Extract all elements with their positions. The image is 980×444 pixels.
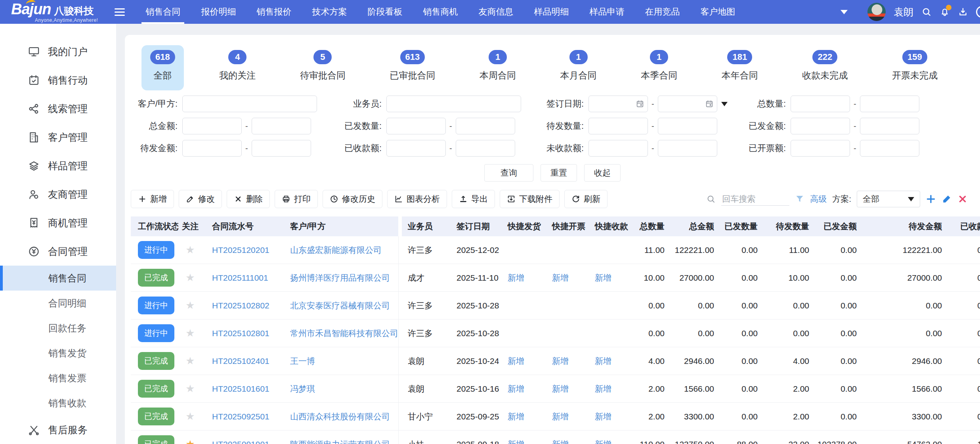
salesperson-input[interactable] — [386, 96, 521, 112]
menu-toggle-icon[interactable] — [115, 8, 125, 16]
nav-tab[interactable]: 阶段看板 — [357, 0, 413, 24]
table-row[interactable]: 进行中 HT2025102801 常州市禾昌智能科技有限公司 许三多 2025-… — [131, 320, 980, 347]
contract-number-link[interactable]: HT2025111001 — [212, 273, 268, 283]
total-qty-min-input[interactable] — [791, 96, 850, 112]
column-header[interactable]: 已发金额 — [814, 216, 862, 236]
quick-invoice-add-link[interactable]: 新增 — [552, 383, 569, 394]
refresh-button[interactable]: 刷新 — [564, 190, 607, 208]
column-header[interactable]: 工作流状态 — [131, 216, 178, 236]
customer-link[interactable]: 常州市禾昌智能科技有限公司 — [290, 328, 398, 339]
sign-date-end-input[interactable] — [658, 96, 717, 112]
received-amount-max-input[interactable] — [456, 140, 515, 157]
sidebar-item-partners[interactable]: 友商管理 — [0, 180, 116, 209]
quick-ship-add-link[interactable]: 新增 — [508, 439, 524, 444]
sidebar-subitem[interactable]: 销售发票 — [0, 366, 116, 390]
nav-tab[interactable]: 样品申请 — [579, 0, 634, 24]
column-header[interactable]: 业务员 — [402, 216, 453, 236]
stat-item[interactable]: 618 全部 — [141, 45, 184, 90]
search-icon[interactable] — [921, 7, 932, 17]
sidebar-item-opportunities[interactable]: 商机管理 — [0, 209, 116, 237]
customer-link[interactable]: 北京安泰医疗器械有限公司 — [290, 300, 390, 311]
stat-item[interactable]: 1 本月合同 — [552, 45, 606, 90]
customer-link[interactable]: 陕西能源电力运营有限公司 — [290, 439, 390, 444]
pending-qty-min-input[interactable] — [588, 118, 648, 134]
unreceived-amount-max-input[interactable] — [658, 140, 717, 157]
quick-invoice-add-link[interactable]: 新增 — [552, 356, 569, 367]
quick-invoice-add-link[interactable]: 新增 — [552, 411, 569, 422]
scheme-edit-icon[interactable] — [942, 194, 952, 204]
contract-number-link[interactable]: HT2025102401 — [212, 356, 269, 366]
advanced-filter-link[interactable]: 高级 — [810, 193, 827, 205]
contract-number-link[interactable]: HT2025092501 — [212, 412, 269, 421]
sign-date-start-input[interactable] — [588, 96, 648, 112]
sidebar-subitem[interactable]: 销售发货 — [0, 341, 116, 366]
star-icon[interactable] — [185, 327, 195, 339]
nav-tab[interactable]: 销售合同 — [135, 0, 191, 24]
received-amount-min-input[interactable] — [386, 140, 446, 157]
star-icon[interactable] — [185, 355, 195, 367]
table-row[interactable]: 已完成 HT2025111001 扬州博洋医疗用品有限公司 成才 2025-11… — [131, 264, 980, 292]
column-header[interactable]: 客户/甲方 — [279, 216, 398, 236]
bell-icon[interactable] — [940, 7, 950, 17]
contract-number-link[interactable]: HT2025120201 — [212, 245, 269, 255]
quick-invoice-add-link[interactable]: 新增 — [552, 272, 569, 283]
star-icon[interactable] — [185, 299, 195, 312]
quick-invoice-add-link[interactable]: 新增 — [552, 439, 569, 444]
total-amount-max-input[interactable] — [252, 118, 311, 134]
customer-link[interactable]: 王一博 — [290, 356, 315, 367]
nav-overflow-caret-icon[interactable] — [841, 10, 848, 14]
column-header[interactable]: 已收款额 — [947, 216, 980, 236]
sidebar-item-samples[interactable]: 样品管理 — [0, 151, 116, 180]
download-attachment-button[interactable]: 下载附件 — [500, 190, 560, 208]
column-header[interactable]: 总数量 — [638, 216, 669, 236]
column-header[interactable]: 合同流水号 — [202, 216, 279, 236]
scheme-add-icon[interactable] — [926, 194, 936, 204]
table-search-input[interactable] — [721, 193, 789, 206]
sidebar-item-contracts[interactable]: 合同管理 — [0, 237, 116, 266]
customer-link[interactable]: 山西清众科技股份有限公司 — [290, 411, 390, 422]
stat-item[interactable]: 159 开票未完成 — [883, 45, 946, 90]
stat-item[interactable]: 222 收款未完成 — [793, 45, 856, 90]
nav-tab[interactable]: 销售商机 — [413, 0, 468, 24]
pending-amount-min-input[interactable] — [182, 140, 242, 157]
stat-item[interactable]: 5 待审批合同 — [291, 45, 354, 90]
pending-amount-max-input[interactable] — [252, 140, 311, 157]
star-icon[interactable] — [185, 244, 195, 256]
shipped-amount-min-input[interactable] — [791, 118, 850, 134]
contract-number-link[interactable]: HT2025091901 — [212, 440, 269, 444]
stat-item[interactable]: 1 本周合同 — [471, 45, 525, 90]
star-icon[interactable] — [185, 272, 195, 284]
filter-funnel-icon[interactable] — [795, 194, 804, 204]
table-row[interactable]: 已完成 HT2025091901 陕西能源电力运营有限公司 小妹 2025-09… — [131, 431, 980, 444]
shipped-qty-min-input[interactable] — [386, 118, 446, 134]
customer-link[interactable]: 冯梦琪 — [290, 383, 315, 394]
column-header[interactable]: 快捷收款 — [594, 216, 638, 236]
chart-analysis-button[interactable]: 图表分析 — [387, 190, 447, 208]
customer-input[interactable] — [182, 96, 317, 112]
nav-tab[interactable]: 报价明细 — [191, 0, 246, 24]
column-header[interactable]: 关注 — [178, 216, 202, 236]
nav-tab[interactable]: 样品明细 — [523, 0, 579, 24]
total-qty-max-input[interactable] — [860, 96, 919, 112]
sidebar-item-customers[interactable]: 客户管理 — [0, 123, 116, 151]
nav-tab[interactable]: 技术方案 — [302, 0, 357, 24]
reset-button[interactable]: 重置 — [541, 164, 577, 182]
stat-item[interactable]: 181 本年合同 — [713, 45, 767, 90]
column-header[interactable]: 快捷发货 — [507, 216, 551, 236]
stat-item[interactable]: 613 已审批合同 — [381, 45, 444, 90]
column-header[interactable]: 已发数量 — [719, 216, 762, 236]
sidebar-subitem[interactable]: 合同明细 — [0, 291, 116, 316]
sidebar-subitem[interactable]: 销售收款 — [0, 390, 116, 415]
quick-ship-add-link[interactable]: 新增 — [508, 383, 524, 394]
shipped-qty-max-input[interactable] — [456, 118, 515, 134]
username[interactable]: 袁朗 — [894, 6, 913, 19]
pending-qty-max-input[interactable] — [658, 118, 717, 134]
shipped-amount-max-input[interactable] — [860, 118, 919, 134]
unreceived-amount-min-input[interactable] — [588, 140, 648, 157]
download-icon[interactable] — [958, 7, 968, 17]
sidebar-subitem[interactable]: 销售合同 — [0, 266, 116, 291]
brand-logo[interactable]: Bajun 八骏科技 Anyone,Anytime,Anywhere! — [11, 2, 98, 23]
total-amount-min-input[interactable] — [182, 118, 242, 134]
scheme-select[interactable]: 全部 — [857, 191, 920, 207]
query-button[interactable]: 查询 — [484, 164, 533, 182]
